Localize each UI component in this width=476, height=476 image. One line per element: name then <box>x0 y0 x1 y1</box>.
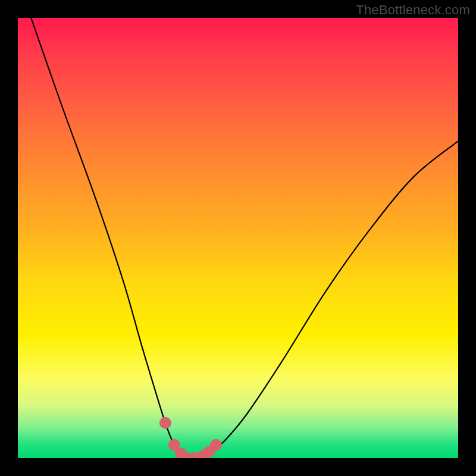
highlight-dots-group <box>159 417 222 458</box>
bottleneck-curve-path <box>31 18 458 458</box>
chart-svg <box>18 18 458 458</box>
highlight-dot <box>210 439 222 451</box>
chart-plot-area <box>18 18 458 458</box>
watermark-text: TheBottleneck.com <box>356 2 470 18</box>
highlight-dot <box>159 417 171 429</box>
chart-frame: TheBottleneck.com <box>0 0 476 476</box>
